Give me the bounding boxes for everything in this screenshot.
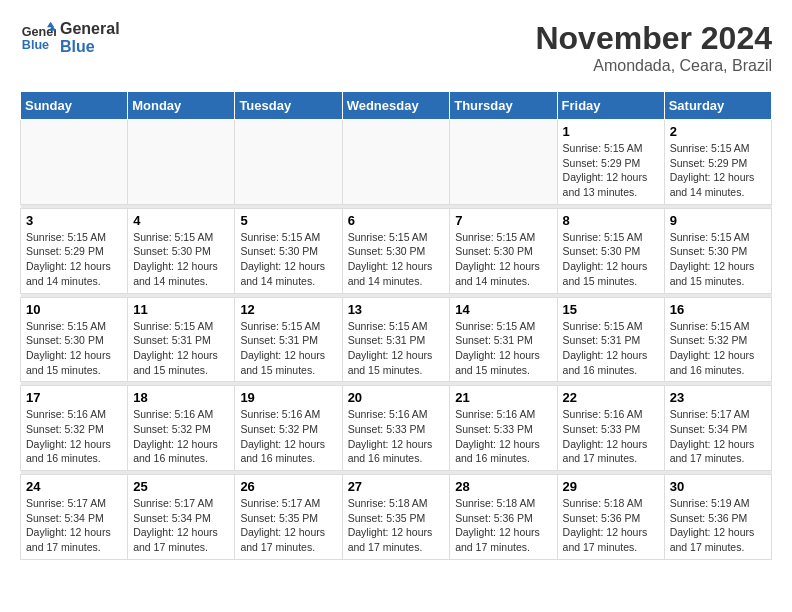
location-title: Amondada, Ceara, Brazil	[535, 57, 772, 75]
day-info: Sunrise: 5:15 AMSunset: 5:30 PMDaylight:…	[348, 230, 445, 289]
day-info: Sunrise: 5:17 AMSunset: 5:34 PMDaylight:…	[26, 496, 122, 555]
calendar-cell: 6Sunrise: 5:15 AMSunset: 5:30 PMDaylight…	[342, 208, 450, 293]
calendar-cell: 16Sunrise: 5:15 AMSunset: 5:32 PMDayligh…	[664, 297, 771, 382]
logo-text-line1: General	[60, 20, 120, 38]
day-info: Sunrise: 5:15 AMSunset: 5:31 PMDaylight:…	[348, 319, 445, 378]
day-info: Sunrise: 5:15 AMSunset: 5:29 PMDaylight:…	[26, 230, 122, 289]
day-number: 17	[26, 390, 122, 405]
day-number: 21	[455, 390, 551, 405]
day-info: Sunrise: 5:15 AMSunset: 5:31 PMDaylight:…	[240, 319, 336, 378]
day-number: 28	[455, 479, 551, 494]
logo: General Blue General Blue	[20, 20, 120, 56]
title-block: November 2024 Amondada, Ceara, Brazil	[535, 20, 772, 75]
day-info: Sunrise: 5:16 AMSunset: 5:33 PMDaylight:…	[563, 407, 659, 466]
day-number: 15	[563, 302, 659, 317]
day-info: Sunrise: 5:18 AMSunset: 5:36 PMDaylight:…	[455, 496, 551, 555]
day-number: 2	[670, 124, 766, 139]
day-number: 20	[348, 390, 445, 405]
day-info: Sunrise: 5:15 AMSunset: 5:30 PMDaylight:…	[26, 319, 122, 378]
day-info: Sunrise: 5:15 AMSunset: 5:29 PMDaylight:…	[670, 141, 766, 200]
day-number: 4	[133, 213, 229, 228]
calendar-cell: 25Sunrise: 5:17 AMSunset: 5:34 PMDayligh…	[128, 475, 235, 560]
day-number: 22	[563, 390, 659, 405]
calendar-cell: 5Sunrise: 5:15 AMSunset: 5:30 PMDaylight…	[235, 208, 342, 293]
calendar-cell: 10Sunrise: 5:15 AMSunset: 5:30 PMDayligh…	[21, 297, 128, 382]
day-info: Sunrise: 5:16 AMSunset: 5:32 PMDaylight:…	[240, 407, 336, 466]
day-number: 25	[133, 479, 229, 494]
weekday-header: Monday	[128, 92, 235, 120]
day-info: Sunrise: 5:17 AMSunset: 5:34 PMDaylight:…	[133, 496, 229, 555]
logo-icon: General Blue	[20, 20, 56, 56]
day-number: 10	[26, 302, 122, 317]
calendar-cell: 27Sunrise: 5:18 AMSunset: 5:35 PMDayligh…	[342, 475, 450, 560]
day-number: 19	[240, 390, 336, 405]
day-number: 23	[670, 390, 766, 405]
day-number: 26	[240, 479, 336, 494]
day-number: 12	[240, 302, 336, 317]
calendar-cell	[128, 120, 235, 205]
calendar-cell	[235, 120, 342, 205]
calendar-cell	[450, 120, 557, 205]
day-number: 18	[133, 390, 229, 405]
day-number: 30	[670, 479, 766, 494]
calendar-cell: 26Sunrise: 5:17 AMSunset: 5:35 PMDayligh…	[235, 475, 342, 560]
day-info: Sunrise: 5:19 AMSunset: 5:36 PMDaylight:…	[670, 496, 766, 555]
day-info: Sunrise: 5:15 AMSunset: 5:30 PMDaylight:…	[563, 230, 659, 289]
calendar-cell: 3Sunrise: 5:15 AMSunset: 5:29 PMDaylight…	[21, 208, 128, 293]
day-number: 13	[348, 302, 445, 317]
calendar-cell: 21Sunrise: 5:16 AMSunset: 5:33 PMDayligh…	[450, 386, 557, 471]
day-info: Sunrise: 5:15 AMSunset: 5:30 PMDaylight:…	[240, 230, 336, 289]
calendar-cell: 4Sunrise: 5:15 AMSunset: 5:30 PMDaylight…	[128, 208, 235, 293]
month-title: November 2024	[535, 20, 772, 57]
weekday-header: Wednesday	[342, 92, 450, 120]
calendar-cell: 23Sunrise: 5:17 AMSunset: 5:34 PMDayligh…	[664, 386, 771, 471]
calendar-cell: 9Sunrise: 5:15 AMSunset: 5:30 PMDaylight…	[664, 208, 771, 293]
weekday-header: Thursday	[450, 92, 557, 120]
day-number: 7	[455, 213, 551, 228]
calendar: SundayMondayTuesdayWednesdayThursdayFrid…	[20, 91, 772, 560]
day-number: 8	[563, 213, 659, 228]
day-number: 5	[240, 213, 336, 228]
page-header: General Blue General Blue November 2024 …	[20, 20, 772, 75]
day-number: 16	[670, 302, 766, 317]
calendar-cell: 20Sunrise: 5:16 AMSunset: 5:33 PMDayligh…	[342, 386, 450, 471]
day-number: 27	[348, 479, 445, 494]
weekday-header: Saturday	[664, 92, 771, 120]
calendar-cell: 15Sunrise: 5:15 AMSunset: 5:31 PMDayligh…	[557, 297, 664, 382]
calendar-cell: 17Sunrise: 5:16 AMSunset: 5:32 PMDayligh…	[21, 386, 128, 471]
day-info: Sunrise: 5:15 AMSunset: 5:30 PMDaylight:…	[455, 230, 551, 289]
svg-text:Blue: Blue	[22, 38, 49, 52]
day-number: 11	[133, 302, 229, 317]
day-info: Sunrise: 5:15 AMSunset: 5:31 PMDaylight:…	[133, 319, 229, 378]
calendar-cell: 22Sunrise: 5:16 AMSunset: 5:33 PMDayligh…	[557, 386, 664, 471]
weekday-header: Friday	[557, 92, 664, 120]
calendar-cell: 12Sunrise: 5:15 AMSunset: 5:31 PMDayligh…	[235, 297, 342, 382]
calendar-cell: 2Sunrise: 5:15 AMSunset: 5:29 PMDaylight…	[664, 120, 771, 205]
calendar-cell: 30Sunrise: 5:19 AMSunset: 5:36 PMDayligh…	[664, 475, 771, 560]
day-info: Sunrise: 5:15 AMSunset: 5:31 PMDaylight:…	[563, 319, 659, 378]
day-number: 24	[26, 479, 122, 494]
calendar-cell: 1Sunrise: 5:15 AMSunset: 5:29 PMDaylight…	[557, 120, 664, 205]
calendar-cell: 11Sunrise: 5:15 AMSunset: 5:31 PMDayligh…	[128, 297, 235, 382]
weekday-header: Tuesday	[235, 92, 342, 120]
day-info: Sunrise: 5:17 AMSunset: 5:34 PMDaylight:…	[670, 407, 766, 466]
day-info: Sunrise: 5:16 AMSunset: 5:33 PMDaylight:…	[455, 407, 551, 466]
day-info: Sunrise: 5:16 AMSunset: 5:33 PMDaylight:…	[348, 407, 445, 466]
day-info: Sunrise: 5:15 AMSunset: 5:30 PMDaylight:…	[133, 230, 229, 289]
day-info: Sunrise: 5:18 AMSunset: 5:35 PMDaylight:…	[348, 496, 445, 555]
calendar-cell: 19Sunrise: 5:16 AMSunset: 5:32 PMDayligh…	[235, 386, 342, 471]
calendar-cell: 24Sunrise: 5:17 AMSunset: 5:34 PMDayligh…	[21, 475, 128, 560]
calendar-cell: 14Sunrise: 5:15 AMSunset: 5:31 PMDayligh…	[450, 297, 557, 382]
day-number: 3	[26, 213, 122, 228]
day-info: Sunrise: 5:15 AMSunset: 5:29 PMDaylight:…	[563, 141, 659, 200]
calendar-cell: 13Sunrise: 5:15 AMSunset: 5:31 PMDayligh…	[342, 297, 450, 382]
calendar-cell: 7Sunrise: 5:15 AMSunset: 5:30 PMDaylight…	[450, 208, 557, 293]
day-number: 9	[670, 213, 766, 228]
calendar-cell: 28Sunrise: 5:18 AMSunset: 5:36 PMDayligh…	[450, 475, 557, 560]
day-number: 14	[455, 302, 551, 317]
calendar-cell: 8Sunrise: 5:15 AMSunset: 5:30 PMDaylight…	[557, 208, 664, 293]
day-info: Sunrise: 5:16 AMSunset: 5:32 PMDaylight:…	[26, 407, 122, 466]
day-number: 1	[563, 124, 659, 139]
day-info: Sunrise: 5:18 AMSunset: 5:36 PMDaylight:…	[563, 496, 659, 555]
day-number: 6	[348, 213, 445, 228]
